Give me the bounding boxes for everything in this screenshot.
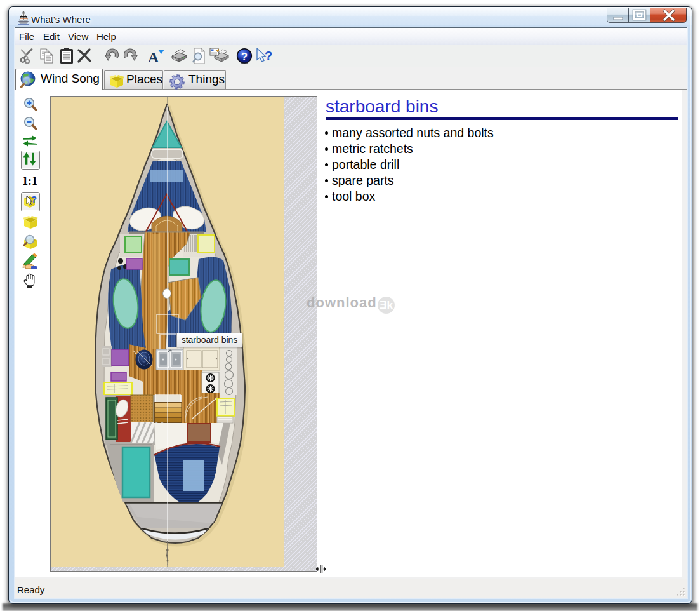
svg-text:?: ? [31, 194, 37, 205]
svg-text:A: A [148, 49, 159, 64]
svg-text:?: ? [241, 51, 248, 63]
svg-text:1:1: 1:1 [22, 175, 37, 187]
svg-text:?: ? [265, 49, 272, 63]
